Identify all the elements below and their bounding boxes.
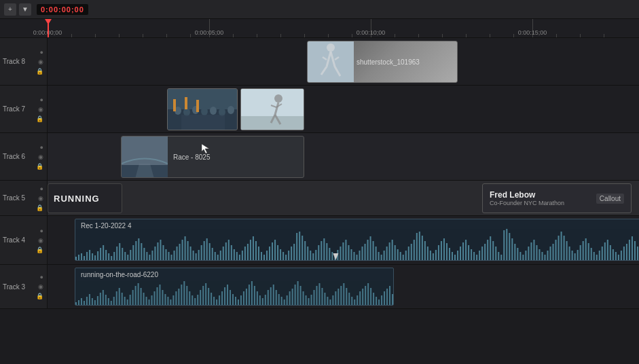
track3-eye-btn[interactable]: ● [39, 273, 44, 281]
svg-rect-160 [438, 245, 439, 260]
svg-rect-57 [157, 242, 158, 260]
svg-rect-200 [547, 251, 549, 260]
track8-lock-btn[interactable]: 🔒 [35, 67, 44, 75]
svg-rect-72 [198, 250, 200, 260]
clip-running-title[interactable]: RUNNING [48, 183, 122, 213]
track4-link-btn[interactable]: ◉ [37, 236, 44, 244]
svg-rect-80 [220, 251, 221, 260]
svg-rect-329 [327, 297, 328, 305]
svg-rect-236 [75, 302, 77, 305]
svg-rect-244 [97, 296, 98, 305]
svg-rect-293 [230, 290, 231, 305]
track4-lock-btn[interactable]: 🔒 [35, 246, 44, 254]
svg-rect-146 [400, 252, 401, 260]
svg-rect-239 [84, 301, 85, 305]
svg-rect-180 [492, 241, 494, 260]
track4-eye-btn[interactable]: ● [39, 227, 44, 235]
clip-fred-lebow[interactable]: Fred Lebow Co-Founder NYC Marathon Callo… [482, 183, 632, 213]
svg-rect-147 [403, 255, 404, 260]
track5-lock-btn[interactable]: 🔒 [35, 204, 44, 212]
track5-link-btn[interactable]: ◉ [37, 194, 44, 202]
svg-rect-340 [357, 295, 358, 305]
svg-rect-70 [193, 251, 194, 260]
track3-link-btn[interactable]: ◉ [37, 283, 44, 291]
svg-rect-37 [103, 245, 104, 260]
svg-rect-228 [623, 247, 625, 260]
svg-rect-211 [577, 250, 579, 260]
track6-lock-btn[interactable]: 🔒 [35, 162, 44, 170]
svg-rect-196 [536, 245, 537, 260]
tick-sm [466, 34, 467, 37]
track6-link-btn[interactable]: ◉ [37, 153, 44, 161]
svg-rect-188 [514, 244, 515, 260]
svg-rect-163 [446, 243, 448, 260]
svg-rect-207 [566, 241, 568, 260]
clip-audio-running[interactable]: running-on-the-road-6220 [75, 268, 394, 306]
svg-rect-172 [471, 249, 472, 260]
svg-rect-300 [249, 285, 250, 305]
callout-name: Fred Lebow [490, 190, 591, 200]
track7-lock-btn[interactable]: 🔒 [35, 115, 44, 123]
track-row-8: Track 8 ● ◉ 🔒 [0, 38, 639, 86]
svg-rect-192 [525, 251, 526, 260]
track8-eye-btn[interactable]: ● [39, 48, 44, 56]
clip-audio-rec[interactable]: Rec 1-20-2022 4 [75, 219, 639, 261]
track7-link-btn[interactable]: ◉ [37, 105, 44, 113]
svg-rect-317 [295, 285, 296, 305]
svg-rect-181 [495, 247, 496, 260]
svg-rect-321 [306, 295, 307, 305]
svg-rect-327 [321, 288, 323, 305]
callout-text-group: Fred Lebow Co-Founder NYC Marathon [490, 190, 591, 206]
svg-rect-273 [175, 291, 177, 305]
svg-rect-28 [78, 255, 79, 260]
svg-rect-189 [517, 248, 518, 260]
svg-rect-217 [594, 252, 595, 260]
svg-rect-222 [607, 240, 608, 260]
svg-rect-339 [354, 299, 355, 305]
svg-rect-351 [386, 289, 388, 305]
clip-track7-runner[interactable] [240, 88, 304, 130]
clip-track7-crowd[interactable] [167, 88, 238, 130]
clip-race-8025[interactable]: Race - 8025 [121, 136, 304, 178]
svg-rect-50 [138, 238, 139, 260]
tick-sm [490, 34, 490, 37]
svg-rect-237 [78, 300, 79, 305]
svg-rect-40 [111, 256, 112, 260]
tick-sm [395, 34, 395, 37]
svg-rect-55 [151, 251, 153, 260]
track3-lock-btn[interactable]: 🔒 [35, 292, 44, 300]
svg-rect-310 [276, 290, 277, 305]
tracks-scroll[interactable]: Track 8 ● ◉ 🔒 [0, 38, 639, 364]
svg-rect-272 [172, 295, 174, 305]
svg-rect-341 [359, 291, 361, 305]
tick-sm [71, 34, 72, 37]
svg-rect-85 [234, 249, 235, 260]
track5-eye-btn[interactable]: ● [39, 185, 44, 193]
track-content-4: Rec 1-20-2022 4 [48, 216, 639, 264]
add-button[interactable]: + [4, 3, 16, 16]
svg-rect-34 [94, 255, 96, 260]
svg-rect-266 [156, 287, 158, 305]
track-content-7 [48, 86, 639, 132]
clip-shutterstock[interactable]: shutterstock_101963 [307, 41, 458, 83]
track7-eye-btn[interactable]: ● [39, 96, 44, 104]
tick-sm [190, 34, 191, 37]
dropdown-button[interactable]: ▼ [19, 3, 31, 16]
track8-link-btn[interactable]: ◉ [37, 58, 44, 66]
svg-rect-306 [265, 295, 266, 305]
svg-rect-110 [302, 236, 303, 260]
svg-rect-130 [356, 255, 357, 260]
svg-rect-204 [558, 236, 560, 260]
svg-rect-259 [138, 283, 139, 305]
thumb-crowd [168, 89, 237, 130]
track-controls-8: ● ◉ 🔒 [35, 48, 44, 75]
svg-rect-254 [124, 297, 126, 305]
svg-rect-128 [350, 249, 352, 260]
tick-sm [580, 34, 581, 37]
tick-sm [556, 34, 557, 37]
svg-rect-201 [550, 247, 551, 260]
svg-rect-132 [362, 247, 363, 260]
svg-rect-242 [92, 298, 93, 305]
svg-rect-312 [281, 297, 282, 305]
track6-eye-btn[interactable]: ● [39, 143, 44, 151]
